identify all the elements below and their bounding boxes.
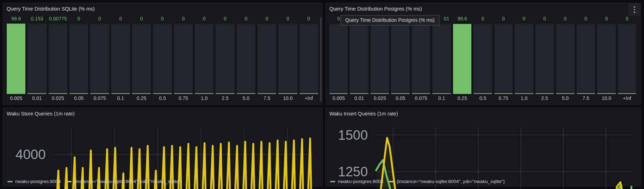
bar-fill <box>111 93 130 94</box>
bar-fill <box>69 93 88 94</box>
bar-bin-label: 0.075 <box>90 94 109 102</box>
bar-bin-label: 0.25 <box>132 94 151 102</box>
bar-column: 0.025 <box>371 16 389 102</box>
bar-column: 010.1 <box>432 16 451 102</box>
bar-bin-label: 0.01 <box>27 94 46 102</box>
legend-label: {instance="nwaku-sqlite:8004", job="nwak… <box>397 179 505 184</box>
bar-fill <box>371 93 389 94</box>
bar-fill <box>494 93 513 94</box>
bar-fill <box>329 93 348 94</box>
bar-track <box>258 24 276 94</box>
legend-item[interactable]: nwaku-postgres:8003 <box>7 179 61 184</box>
bar-fill <box>412 93 430 94</box>
bar-value-label: 0 <box>258 16 276 24</box>
legend-swatch-icon <box>66 181 72 182</box>
panel-title[interactable]: Query Time Distribution Postgres (% ms) <box>329 6 626 12</box>
bar-track <box>90 24 109 94</box>
legend-item[interactable]: {instance="nwaku-sqlite:8004", job="nwak… <box>389 179 505 184</box>
bar-track <box>535 24 554 94</box>
bar-track <box>7 24 25 94</box>
legend-swatch-icon <box>7 181 13 182</box>
bar-value-label: 0 <box>597 16 615 24</box>
bar-value-label: 0 <box>299 16 318 24</box>
bar-bin-label: 0.005 <box>329 94 348 102</box>
legend-label: nwaku-postgres:8003 <box>338 179 383 184</box>
legend: nwaku-postgres:8003{instance="nwaku-sqli… <box>330 179 505 184</box>
bar-bin-label: 10.0 <box>597 94 615 102</box>
bar-track <box>153 24 172 94</box>
bar-track <box>515 24 533 94</box>
legend-item[interactable]: {instance="nwaku-sqlite:8004", job="nwak… <box>66 179 182 184</box>
panel-waku-store-queries: Waku Store Queries (1m rate) 3000400016:… <box>3 108 323 186</box>
bar-fill <box>237 93 255 94</box>
bar-bin-label: 0.5 <box>473 94 492 102</box>
bar-column: 00.5 <box>153 16 172 102</box>
bar-track <box>49 24 67 94</box>
bar-bin-label: 1.0 <box>195 94 213 102</box>
series-area <box>376 160 631 189</box>
bar-column: 0.01 <box>350 16 368 102</box>
bar-column: 99.60.25 <box>453 16 471 102</box>
scrollbar[interactable] <box>320 17 322 102</box>
bar-fill <box>453 24 471 94</box>
panel-title[interactable]: Query Time Distribution SQLite (% ms) <box>7 6 308 12</box>
bar-bin-label: 0.1 <box>111 94 130 102</box>
bar-column: 05.0 <box>556 16 574 102</box>
bar-value-label: 0 <box>618 16 636 24</box>
legend-swatch-icon <box>330 181 335 182</box>
kebab-icon <box>634 6 635 13</box>
series-line <box>376 160 631 189</box>
bar-fill <box>618 93 636 94</box>
bar-value-label: 0 <box>195 16 213 24</box>
bar-gauge: 00.0050.010.0250.050.075010.199.60.2500.… <box>329 16 636 102</box>
y-tick-label: 1500 <box>338 128 368 143</box>
bar-column: 01.0 <box>195 16 213 102</box>
bar-fill <box>556 93 574 94</box>
bar-bin-label: 2.5 <box>216 94 234 102</box>
bar-track <box>473 24 492 94</box>
bar-column: 00.005 <box>329 16 348 102</box>
bar-bin-label: 0.05 <box>69 94 88 102</box>
bar-value-label: 0 <box>278 16 297 24</box>
bar-track <box>195 24 213 94</box>
bar-bin-label: 2.5 <box>535 94 554 102</box>
bar-column: 0.05 <box>391 16 409 102</box>
bar-column: 010.0 <box>278 16 297 102</box>
bar-fill <box>216 93 234 94</box>
bar-track <box>350 24 368 94</box>
panel-menu-button[interactable] <box>628 3 640 16</box>
bar-column: 00.75 <box>174 16 193 102</box>
bar-column: 0+Inf <box>618 16 636 102</box>
bar-track <box>299 24 318 94</box>
panel-title[interactable]: Waku Insert Queries (1m rate) <box>329 111 626 116</box>
bar-track <box>174 24 193 94</box>
bar-fill <box>132 93 151 94</box>
bar-column: 0.007750.025 <box>49 16 67 102</box>
bar-column: 00.75 <box>494 16 513 102</box>
bar-bin-label: 0.5 <box>153 94 172 102</box>
bar-track <box>391 24 409 94</box>
bar-column: 07.5 <box>577 16 595 102</box>
bar-track <box>371 24 389 94</box>
bar-value-label: 0 <box>69 16 88 24</box>
bar-track <box>453 24 471 94</box>
legend: nwaku-postgres:8003{instance="nwaku-sqli… <box>7 179 182 184</box>
bar-value-label: 0 <box>515 16 533 24</box>
bar-bin-label: 7.5 <box>577 94 595 102</box>
bar-track <box>278 24 297 94</box>
bar-fill <box>391 93 409 94</box>
bar-track <box>432 24 451 94</box>
bar-column: 0.075 <box>412 16 430 102</box>
bar-track <box>597 24 615 94</box>
bar-bin-label: 0.75 <box>494 94 513 102</box>
legend-item[interactable]: nwaku-postgres:8003 <box>330 179 383 184</box>
bar-fill <box>535 93 554 94</box>
panel-postgres-histogram: Query Time Distribution Postgres (% ms) … <box>326 3 641 105</box>
bar-fill <box>7 24 25 94</box>
bar-column: 02.5 <box>535 16 554 102</box>
bar-bin-label: 0.01 <box>350 94 368 102</box>
panel-title[interactable]: Waku Store Queries (1m rate) <box>7 111 308 116</box>
bar-value-label: 0 <box>237 16 255 24</box>
bar-value-label: 99.8 <box>7 16 25 24</box>
bar-fill <box>258 93 276 94</box>
